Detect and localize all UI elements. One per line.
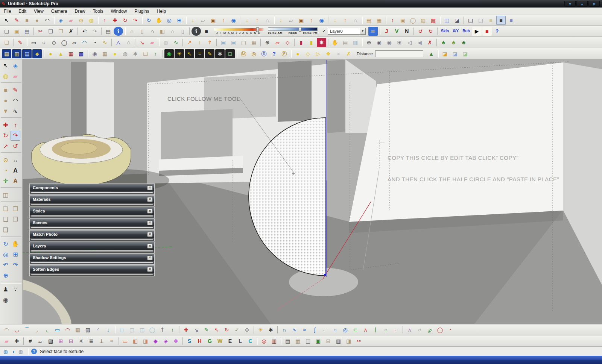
cut-icon[interactable]: ✂ [36,27,45,36]
tray-close-icon[interactable]: ✕ [147,197,153,202]
xy-tool-icon[interactable]: X/Y [451,27,460,36]
panel-5-icon[interactable]: ⊟ [324,337,333,346]
power-icon[interactable]: ◉ [164,49,174,58]
smoove-icon[interactable]: ↑ [388,16,397,25]
tray-title[interactable]: Materials✕ [30,196,154,203]
shaded-icon[interactable]: ■ [486,16,496,25]
panel-6-icon[interactable]: ▥ [334,337,343,346]
arc-icon[interactable]: ◠ [43,16,52,25]
fredo-curve-7-icon[interactable]: ◜ [93,325,103,334]
grass-2-icon[interactable]: ♣ [449,38,458,47]
curve-arch-icon[interactable]: ∩ [280,325,289,334]
pencil-l-icon[interactable]: L [236,337,245,346]
fredo-mesh-2-icon[interactable]: ▨ [83,325,93,334]
normal-push-pull-2-icon[interactable]: ⇑ [205,38,214,47]
zoom-window-tool-icon[interactable]: ⊞ [11,250,20,259]
pencil-s-icon[interactable]: S [185,337,194,346]
protractor-tool-icon[interactable]: ◔ [1,166,11,176]
tray-close-icon[interactable]: ✕ [147,255,153,260]
shape-peak-icon[interactable]: ∧ [405,325,414,334]
gear-red-icon[interactable]: ✱ [317,38,326,47]
sun-burst-icon[interactable]: ☀ [175,49,184,58]
film-strip-icon[interactable]: ▤ [22,49,32,58]
share-model-icon[interactable]: ↑ [252,16,262,25]
grid-star-icon[interactable]: ✳ [76,337,86,346]
rotate-tool-icon[interactable]: ↻ [1,131,11,141]
look-around-tool-icon[interactable]: ◉ [1,295,11,305]
glass-cube-2-icon[interactable]: ▢ [127,325,137,334]
box-open-1-icon[interactable]: ◧ [131,337,140,346]
bubble-tool-icon[interactable]: Bub [461,27,471,36]
dome-icon[interactable]: ◉ [90,49,99,58]
gear-dark-icon[interactable]: ✱ [215,49,225,58]
make-component-icon[interactable]: ◈ [56,16,65,25]
paint-bucket-icon[interactable]: ◍ [87,16,96,25]
lemon-icon[interactable]: ● [46,49,55,58]
bulb-icon[interactable]: ● [110,49,120,58]
license-help-icon[interactable]: ? [269,49,279,58]
tray-resize-strip[interactable] [30,250,154,253]
photo-textures-alt-icon[interactable]: ▣ [296,16,306,25]
surface-eraser-icon[interactable]: ▰ [147,38,157,47]
select-icon[interactable]: ↖ [2,16,11,25]
camera-eye-icon[interactable]: ◉ [374,38,384,47]
grid-step-icon[interactable]: ▨ [46,337,55,346]
glass-cube-3-icon[interactable]: ◫ [137,325,147,334]
circle-icon[interactable]: ● [32,16,42,25]
vertex-weld-icon[interactable]: ⊕ [242,325,252,334]
surface-rectangle-icon[interactable]: ▭ [29,38,38,47]
panel-4-icon[interactable]: ▣ [313,337,323,346]
extrude-back-icon[interactable]: ↺ [416,27,425,36]
poles-icon[interactable]: ≡ [107,337,116,346]
panel-7-icon[interactable]: ◨ [344,337,353,346]
copy-icon[interactable]: ❏ [46,27,55,36]
grid-plane-icon[interactable]: ▱ [36,337,45,346]
month-slider-bar[interactable] [214,28,263,31]
shape-pie-icon[interactable]: ◔ [445,325,455,334]
model-info-icon[interactable]: ℹ [114,27,123,36]
close-button[interactable]: ✕ [588,1,600,7]
workshop-icon[interactable]: ✱ [266,325,275,334]
intersect-tool-icon[interactable]: ❐ [11,204,20,214]
claim-icon[interactable]: ◑ [10,348,17,355]
surface-polygon-icon[interactable]: ◇ [49,38,59,47]
curve-bracket-icon[interactable]: ⌈ [371,325,380,334]
paste-icon[interactable]: ❐ [56,27,65,36]
camera-lock-icon[interactable]: ◉ [385,38,394,47]
scale-tool-icon[interactable]: ↗ [1,141,11,151]
menu-item-tools[interactable]: Tools [89,8,107,15]
color-dots-icon[interactable]: ▩ [76,49,86,58]
print-icon[interactable]: ▤ [103,27,113,36]
toggle-terrain-alt-icon[interactable]: ▱ [286,16,296,25]
tray-resize-strip[interactable] [30,261,154,264]
light-plane-icon[interactable]: ◇ [303,49,313,58]
fredo-curve-4-icon[interactable]: ◞ [32,325,42,334]
sandbox-from-scratch-icon[interactable]: ▦ [374,16,384,25]
view-iso-icon[interactable]: ⌂ [127,27,137,36]
fredo-bracket-icon[interactable]: ▭ [53,325,62,334]
pan-tool-icon[interactable]: ✋ [11,239,20,249]
fredo-curve-1-icon[interactable]: ◠ [2,325,11,334]
window-shade-1-icon[interactable]: ▤ [341,38,350,47]
curve-hook-icon[interactable]: ⌐ [391,325,401,334]
vertex-select-icon[interactable]: ↘ [192,325,201,334]
section-frame-1-icon[interactable]: ▱ [273,38,282,47]
rectangle-tool-icon[interactable]: ■ [1,85,11,95]
box-open-2-icon[interactable]: ◨ [141,337,150,346]
eraser-icon[interactable]: ▰ [66,16,76,25]
cube-orange-icon[interactable]: ◪ [440,49,450,58]
eraser-soft-icon[interactable]: ▰ [2,337,11,346]
panel-3-icon[interactable]: ◫ [303,337,313,346]
curve-ripple-icon[interactable]: ≈ [300,325,309,334]
curve-subset-icon[interactable]: ⊂ [351,325,360,334]
view-right-icon[interactable]: ▯ [178,27,187,36]
add-location-alt-icon[interactable]: ↓ [276,16,286,25]
minimize-button[interactable]: ▾ [564,1,576,7]
vertex-snap-icon[interactable]: ✓ [232,325,242,334]
orbit-tool-icon[interactable]: ↻ [1,239,11,249]
fredo-mesh-1-icon[interactable]: ▦ [73,325,82,334]
orbit-icon[interactable]: ↻ [144,16,154,25]
skin-tool-icon[interactable]: Skin [439,27,450,36]
menu-item-edit[interactable]: Edit [15,8,30,15]
cube-blue-icon[interactable]: ◪ [450,49,460,58]
